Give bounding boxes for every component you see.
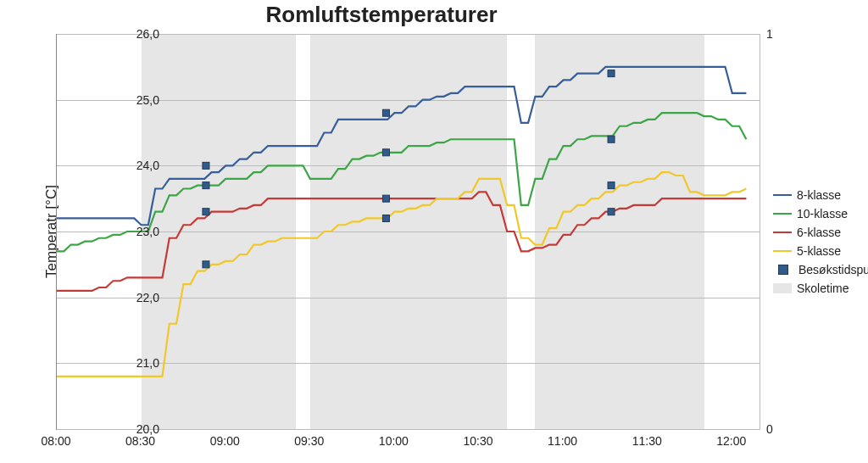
series-swatch	[773, 194, 792, 197]
y-tick-label: 26,0	[125, 27, 159, 41]
legend-item: 5-klasse	[773, 243, 868, 259]
series-swatch	[773, 213, 792, 215]
series-5-klasse	[57, 172, 746, 377]
x-tick-label: 12:00	[716, 434, 746, 448]
series-swatch	[773, 250, 792, 253]
visit-marker	[382, 109, 389, 116]
x-tick-label: 08:00	[41, 434, 70, 448]
visit-marker	[382, 149, 389, 156]
x-tick-label: 10:00	[379, 434, 409, 448]
visit-marker	[203, 162, 209, 169]
y-tick-label: 23,0	[125, 225, 159, 238]
x-tick-label: 11:00	[548, 434, 577, 448]
legend-skoletime: Skoletime	[773, 280, 868, 297]
y-tick-label: 24,0	[125, 159, 159, 172]
series-8-klasse	[57, 67, 746, 225]
series-swatch	[773, 232, 792, 234]
x-tick-label: 11:30	[632, 434, 662, 448]
visit-marker	[203, 182, 209, 189]
y2-tick-label: 1	[766, 27, 773, 41]
visit-marker	[203, 209, 209, 215]
legend: 8-klasse10-klasse6-klasse5-klasseBesøkst…	[773, 187, 868, 298]
visit-marker	[608, 182, 615, 189]
visit-marker	[382, 215, 389, 221]
line-series-svg	[57, 34, 760, 429]
y2-tick-label: 0	[766, 422, 773, 436]
legend-item: 8-klasse	[773, 187, 868, 204]
x-tick-label: 08:30	[125, 434, 155, 448]
band-swatch	[773, 283, 792, 293]
y-tick-label: 25,0	[125, 93, 159, 107]
x-tick-label: 09:00	[210, 434, 240, 448]
legend-item: 6-klasse	[773, 224, 868, 241]
y-tick-label: 22,0	[125, 291, 159, 304]
chart-title: Romluftstemperaturer	[0, 2, 763, 28]
x-tick-label: 10:30	[463, 434, 492, 448]
square-marker-icon	[778, 265, 788, 275]
visit-marker	[203, 261, 209, 268]
visit-marker	[608, 209, 615, 215]
legend-item: 10-klasse	[773, 205, 868, 222]
visit-marker	[382, 195, 389, 202]
y-tick-label: 21,0	[125, 356, 159, 370]
x-tick-label: 09:30	[294, 434, 324, 448]
visit-marker	[608, 70, 615, 77]
chart-container: Romluftstemperaturer Temperatr [°C] 8-kl…	[0, 0, 868, 463]
series-6-klasse	[57, 192, 746, 291]
visit-marker	[608, 136, 615, 142]
legend-visit-marker: Besøkstidspunkt	[773, 261, 868, 278]
plot-area	[56, 34, 760, 430]
